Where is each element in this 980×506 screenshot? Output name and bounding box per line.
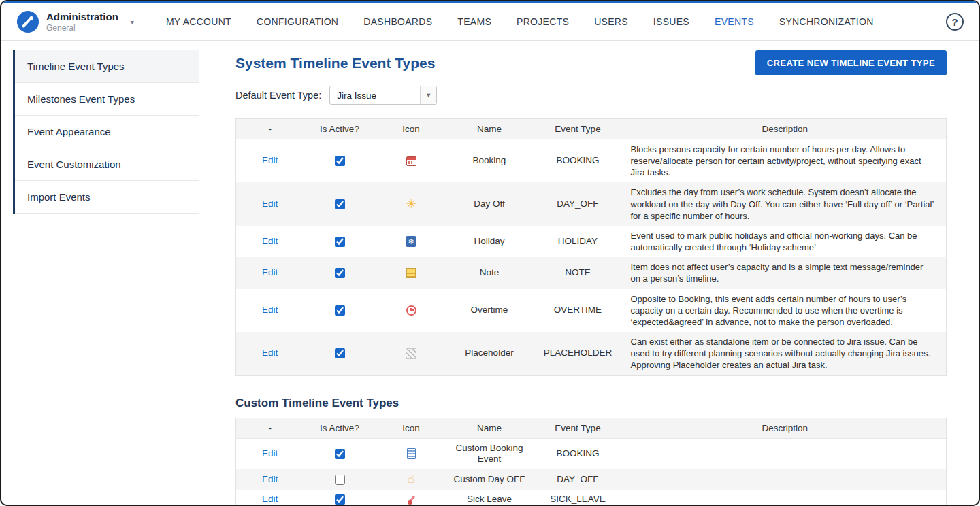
event-type: BOOKING (532, 139, 624, 183)
column-header-is-active: Is Active? (304, 418, 376, 438)
brand-title: Administration (46, 11, 118, 22)
help-icon[interactable]: ? (946, 13, 964, 31)
sidebar-item-event-customization[interactable]: Event Customization (15, 148, 199, 181)
divider (148, 10, 148, 33)
event-name: Holiday (447, 226, 532, 257)
sun-icon: ☀ (405, 198, 417, 210)
event-type: HOLIDAY (532, 226, 624, 257)
nav-item-users[interactable]: USERS (594, 16, 628, 27)
default-event-type-label: Default Event Type: (235, 90, 321, 101)
column-header-icon: Icon (376, 119, 447, 139)
column-header-is-active: Is Active? (304, 119, 376, 139)
top-navigation-bar: Administration General ▾ MY ACCOUNTCONFI… (1, 3, 979, 41)
title-row: System Timeline Event Types CREATE NEW T… (235, 50, 947, 75)
event-name: Day Off (447, 182, 532, 225)
edit-link[interactable]: Edit (262, 348, 278, 358)
is-active-checkbox[interactable] (335, 156, 345, 166)
is-active-checkbox[interactable] (335, 268, 345, 278)
column-header-action: - (236, 119, 304, 139)
event-type: BOOKING (532, 438, 624, 469)
custom-section-title: Custom Timeline Event Types (235, 397, 947, 410)
app-window: Administration General ▾ MY ACCOUNTCONFI… (0, 0, 980, 506)
default-event-type-row: Default Event Type: Jira Issue ▼ (235, 86, 947, 105)
thermometer-icon (406, 494, 416, 505)
document-icon (407, 448, 416, 459)
is-active-checkbox[interactable] (335, 305, 345, 316)
nav-item-synchronization[interactable]: SYNCHRONIZATION (779, 16, 874, 27)
event-description (624, 438, 947, 469)
is-active-checkbox[interactable] (335, 199, 345, 209)
event-name: Custom Booking Event (447, 438, 532, 469)
event-name: Custom Day OFF (447, 469, 532, 490)
edit-link[interactable]: Edit (262, 305, 278, 315)
page-body: Timeline Event TypesMilestones Event Typ… (1, 41, 979, 506)
nav-item-configuration[interactable]: CONFIGURATION (257, 16, 338, 27)
event-description: Can exist either as standalone item or b… (624, 332, 947, 375)
event-name: Overtime (447, 289, 532, 332)
calendar-icon (406, 156, 416, 166)
column-header-icon: Icon (376, 418, 447, 438)
sidebar-item-import-events[interactable]: Import Events (15, 181, 199, 214)
page-title: System Timeline Event Types (235, 55, 435, 71)
table-row: Edit ☝ Custom Day OFF DAY_OFF (236, 469, 947, 490)
table-row: Edit Sick Leave SICK_LEAVE (236, 490, 947, 506)
main-nav: MY ACCOUNTCONFIGURATIONDASHBOARDSTEAMSPR… (166, 16, 874, 27)
edit-link[interactable]: Edit (262, 494, 278, 504)
event-type: DAY_OFF (532, 182, 624, 225)
event-description (624, 469, 947, 490)
sidebar-item-event-appearance[interactable]: Event Appearance (15, 116, 199, 148)
table-row: Edit ☀ Day Off DAY_OFF Excludes the day … (236, 182, 947, 225)
default-event-type-select[interactable]: Jira Issue ▼ (329, 86, 437, 105)
main-content: System Timeline Event Types CREATE NEW T… (235, 41, 979, 506)
pointer-icon: ☝ (405, 473, 417, 486)
default-event-type-value: Jira Issue (330, 86, 420, 104)
event-description: Blocks persons capacity for certain numb… (624, 139, 947, 183)
sidebar-item-timeline-event-types[interactable]: Timeline Event Types (15, 50, 199, 83)
nav-item-issues[interactable]: ISSUES (653, 16, 689, 27)
nav-item-dashboards[interactable]: DASHBOARDS (363, 16, 432, 27)
event-name: Placeholder (447, 332, 532, 375)
event-description: Event used to mark public holidays and o… (624, 226, 947, 257)
table-row: Edit Custom Booking Event BOOKING (236, 438, 947, 469)
edit-link[interactable]: Edit (262, 448, 278, 458)
sidebar-menu: Timeline Event TypesMilestones Event Typ… (13, 50, 199, 214)
sidebar: Timeline Event TypesMilestones Event Typ… (1, 41, 235, 506)
is-active-checkbox[interactable] (335, 237, 345, 247)
column-header-action: - (236, 418, 304, 438)
table-header: - Is Active? Icon Name Event Type Descri… (236, 418, 947, 438)
nav-item-teams[interactable]: TEAMS (457, 16, 491, 27)
brand-text: Administration General (46, 11, 118, 32)
create-new-timeline-event-type-button[interactable]: CREATE NEW TIMELINE EVENT TYPE (755, 50, 947, 75)
chevron-down-icon: ▾ (131, 18, 134, 26)
column-header-name: Name (447, 119, 532, 139)
is-active-checkbox[interactable] (335, 494, 345, 505)
hatch-icon (406, 348, 416, 359)
brand-subtitle: General (46, 23, 118, 33)
is-active-checkbox[interactable] (335, 475, 345, 485)
column-header-description: Description (624, 418, 947, 438)
table-header: - Is Active? Icon Name Event Type Descri… (236, 119, 947, 139)
edit-link[interactable]: Edit (262, 236, 278, 246)
sidebar-item-milestones-event-types[interactable]: Milestones Event Types (15, 83, 199, 116)
event-type: NOTE (532, 257, 624, 288)
nav-item-events[interactable]: EVENTS (715, 16, 754, 27)
column-header-description: Description (624, 119, 947, 139)
event-description: Item does not affect user’s capacity and… (624, 257, 947, 288)
table-row: Edit ❄ Holiday HOLIDAY Event used to mar… (236, 226, 947, 257)
chevron-down-icon[interactable]: ▼ (420, 86, 436, 104)
administration-menu[interactable]: Administration General ▾ (16, 10, 134, 33)
column-header-event-type: Event Type (532, 119, 624, 139)
clock-icon (406, 305, 416, 316)
is-active-checkbox[interactable] (335, 449, 345, 459)
edit-link[interactable]: Edit (262, 474, 278, 484)
is-active-checkbox[interactable] (335, 348, 345, 358)
edit-link[interactable]: Edit (262, 155, 278, 165)
edit-link[interactable]: Edit (262, 199, 278, 209)
event-name: Booking (447, 139, 532, 183)
nav-item-projects[interactable]: PROJECTS (517, 16, 569, 27)
nav-item-my-account[interactable]: MY ACCOUNT (166, 16, 231, 27)
table-row: Edit Overtime OVERTIME Opposite to Booki… (236, 289, 947, 332)
edit-link[interactable]: Edit (262, 267, 278, 277)
event-description: Opposite to Booking, this event adds cer… (624, 289, 947, 332)
system-event-types-table: - Is Active? Icon Name Event Type Descri… (235, 118, 947, 376)
